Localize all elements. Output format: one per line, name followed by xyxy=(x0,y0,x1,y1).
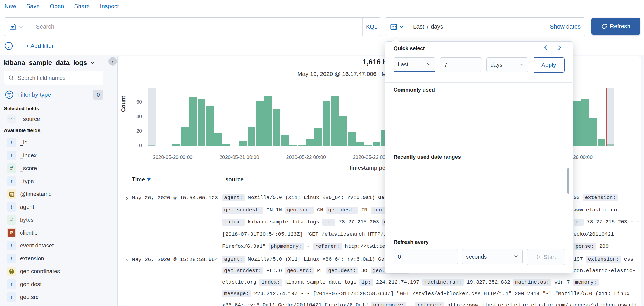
expand-row-button[interactable]: › xyxy=(124,256,130,264)
refresh-unit-select[interactable]: seconds xyxy=(462,249,523,264)
filter-by-type[interactable]: Filter by type 0 xyxy=(5,89,103,100)
histogram-bar xyxy=(589,118,597,146)
field-name-badge[interactable]: index: xyxy=(222,219,245,226)
field-name-badge[interactable]: index: xyxy=(259,279,282,286)
partial-bucket-overlay xyxy=(148,88,156,146)
collapse-sidebar-button[interactable]: ‹ xyxy=(108,57,117,66)
add-filter-button[interactable]: + Add filter xyxy=(26,43,54,49)
unit-value: days xyxy=(491,62,502,68)
field-name-badge[interactable]: referer: xyxy=(313,243,342,250)
field-name: geo.src xyxy=(20,294,39,300)
popup-divider xyxy=(385,235,572,235)
field-name-badge[interactable]: geo.srcdest: xyxy=(222,207,263,214)
next-range-button[interactable] xyxy=(556,44,563,52)
quick-unit-select[interactable]: days xyxy=(486,57,528,72)
field-name-badge[interactable]: extension: xyxy=(586,256,621,263)
kql-button[interactable]: KQL xyxy=(362,18,381,36)
field-item-agent[interactable]: tagent xyxy=(7,202,34,212)
refresh-interval-input[interactable]: 0 xyxy=(394,249,458,264)
filter-icon[interactable] xyxy=(4,42,13,50)
field-name-badge[interactable]: referer: xyxy=(415,302,444,306)
geo-field-icon xyxy=(7,267,16,276)
menu-item-new[interactable]: New xyxy=(4,3,16,10)
text-field-icon: t xyxy=(7,176,16,186)
field-item-_source[interactable]: </>_source xyxy=(7,114,40,124)
field-value: Firefox/6.0a1" xyxy=(222,244,269,249)
field-item-clientip[interactable]: IPclientip xyxy=(7,228,37,237)
field-item-geo.src[interactable]: tgeo.src xyxy=(7,292,39,302)
play-icon xyxy=(536,254,541,260)
field-name-badge[interactable]: phpmemory: xyxy=(269,243,304,250)
field-item-event.dataset[interactable]: tevent.dataset xyxy=(7,241,54,250)
field-name-badge[interactable]: e: xyxy=(574,219,584,226)
expand-row-button[interactable]: › xyxy=(124,194,130,202)
field-name: geo.coordinates xyxy=(20,268,60,275)
column-header-time[interactable]: Time xyxy=(132,176,151,183)
popup-scrollbar[interactable] xyxy=(567,168,569,194)
partial-bucket-overlay xyxy=(606,88,614,146)
field-name-badge[interactable]: ip: xyxy=(359,279,373,286)
field-name-badge[interactable]: extension: xyxy=(583,194,618,201)
field-name-badge[interactable]: agent: xyxy=(222,256,245,263)
field-item-_score[interactable]: #_score xyxy=(7,163,37,173)
start-refresh-button[interactable]: Start xyxy=(527,249,565,265)
field-value: 200 xyxy=(596,244,609,249)
refresh-unit-value: seconds xyxy=(466,254,487,260)
field-search-input[interactable]: Search field names xyxy=(4,71,103,85)
index-pattern-selector[interactable]: kibana_sample_data_logs xyxy=(4,59,95,67)
source-field-icon: </> xyxy=(7,114,16,124)
field-name-badge[interactable]: memory: xyxy=(573,279,599,286)
field-name-badge[interactable]: machine.ram: xyxy=(422,279,463,286)
field-item-_type[interactable]: t_type xyxy=(7,176,34,186)
histogram-bar xyxy=(573,101,581,146)
field-name-badge[interactable]: ponse: xyxy=(574,243,596,250)
available-fields-heading: Available fields xyxy=(4,128,40,134)
field-item-_id[interactable]: t_id xyxy=(7,138,28,147)
histogram-bar xyxy=(331,96,339,146)
field-name-badge[interactable]: geo.src: xyxy=(285,207,314,214)
recently-used-heading: Recently used date ranges xyxy=(394,154,461,160)
field-name-badge[interactable]: message: xyxy=(222,290,251,297)
source-line-fragment: 03 extension: xyxy=(574,194,640,202)
histogram-bar xyxy=(222,144,230,146)
datepicker-icon-group[interactable] xyxy=(385,18,409,36)
sort-desc-icon xyxy=(147,178,151,181)
search-input[interactable]: Search KQL xyxy=(28,17,381,36)
refresh-button[interactable]: Refresh xyxy=(591,18,640,35)
quick-tense-select[interactable]: Last xyxy=(394,57,435,72)
field-name-badge[interactable]: geo.src: xyxy=(285,267,314,274)
date-field-icon xyxy=(7,189,16,199)
menu-item-save[interactable]: Save xyxy=(26,3,40,10)
menu-item-open[interactable]: Open xyxy=(50,3,64,10)
quick-amount-input[interactable]: 7 xyxy=(440,57,482,72)
source-line-fragment: ecko/20110421 xyxy=(574,230,640,239)
menu-item-inspect[interactable]: Inspect xyxy=(100,3,119,10)
show-dates-button[interactable]: Show dates xyxy=(550,23,585,30)
text-field-icon: t xyxy=(7,279,16,289)
field-name-badge[interactable]: geo.srcdest: xyxy=(222,267,263,274)
app-menu: NewSaveOpenShareInspect xyxy=(0,0,256,12)
field-item-extension[interactable]: textension xyxy=(7,254,44,263)
refresh-label: Refresh xyxy=(610,23,631,30)
field-name-badge[interactable]: agent: xyxy=(222,194,245,201)
field-item-bytes[interactable]: #bytes xyxy=(7,215,34,225)
column-header-source[interactable]: _source xyxy=(222,176,244,183)
popup-divider xyxy=(385,82,572,83)
apply-button[interactable]: Apply xyxy=(533,57,565,73)
prev-range-button[interactable] xyxy=(543,44,550,52)
field-name-badge[interactable]: ip: xyxy=(322,219,335,226)
field-value: - xyxy=(406,302,415,306)
y-tick-label: 40 xyxy=(125,114,142,120)
field-item-geo.dest[interactable]: tgeo.dest xyxy=(7,279,42,289)
chevron-down-icon xyxy=(426,61,431,66)
menu-item-share[interactable]: Share xyxy=(74,3,90,10)
field-item-_index[interactable]: t_index xyxy=(7,151,37,160)
field-name-badge[interactable]: geo.dest: xyxy=(326,267,358,274)
saved-query-button[interactable] xyxy=(4,17,29,36)
field-name-badge[interactable]: phpmemory: xyxy=(371,302,406,306)
field-name-badge[interactable]: machine.os: xyxy=(513,279,551,286)
datepicker-control[interactable]: Last 7 days Show dates xyxy=(385,17,585,36)
field-item-geo.coordinates[interactable]: geo.coordinates xyxy=(7,267,60,276)
field-item-@timestamp[interactable]: @timestamp xyxy=(7,189,52,199)
field-name-badge[interactable]: geo.dest: xyxy=(326,207,358,214)
